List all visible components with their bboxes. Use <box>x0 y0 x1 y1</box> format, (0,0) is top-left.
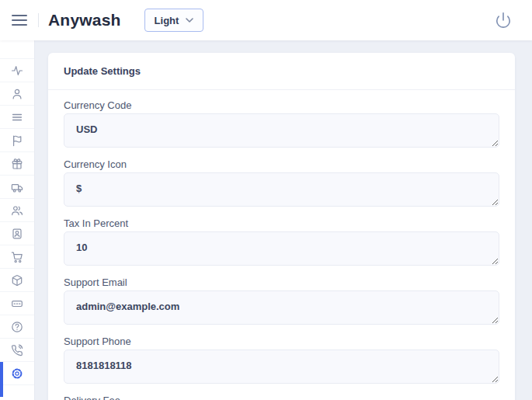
update-settings-card: Update Settings Currency Code USD Curren… <box>48 53 515 400</box>
user-icon <box>11 88 23 100</box>
sidebar <box>0 40 35 400</box>
help-icon <box>11 321 23 333</box>
hamburger-icon[interactable] <box>12 14 29 26</box>
field-textarea[interactable]: USD <box>64 113 499 148</box>
sidebar-nav <box>0 58 34 385</box>
settings-icon <box>11 367 23 380</box>
sidebar-item-phone[interactable] <box>0 339 34 362</box>
form-field: Support Phone 8181818118 <box>64 336 499 384</box>
sidebar-item-payment[interactable] <box>0 292 34 315</box>
sidebar-item-team[interactable] <box>0 199 34 222</box>
payment-icon <box>11 297 23 310</box>
field-textarea[interactable]: admin@example.com <box>64 290 499 325</box>
theme-dropdown-value: Light <box>155 15 179 26</box>
team-icon <box>11 204 23 217</box>
cart-icon <box>11 251 23 263</box>
sidebar-item-package[interactable] <box>0 269 34 292</box>
field-textarea[interactable]: 8181818118 <box>64 350 499 384</box>
sidebar-item-cart[interactable] <box>0 245 34 269</box>
main-content: Update Settings Currency Code USD Curren… <box>35 40 532 400</box>
sidebar-item-gift[interactable] <box>0 152 34 176</box>
field-textarea[interactable]: $ <box>64 172 499 207</box>
power-icon[interactable] <box>493 10 513 30</box>
page-title: Update Settings <box>64 65 499 77</box>
gift-icon <box>11 158 23 170</box>
sidebar-item-id-badge[interactable] <box>0 222 34 245</box>
card-header: Update Settings <box>48 53 515 90</box>
header-divider <box>38 13 39 27</box>
form-field: Currency Code USD <box>64 99 499 148</box>
field-textarea[interactable]: 10 <box>64 231 499 266</box>
field-label: Currency Icon <box>64 158 499 171</box>
truck-icon <box>11 181 23 193</box>
field-label: Currency Code <box>64 99 499 112</box>
sidebar-item-settings[interactable] <box>0 362 34 385</box>
field-label: Support Phone <box>64 336 499 348</box>
form-field: Support Email admin@example.com <box>64 277 499 325</box>
phone-icon <box>11 344 23 357</box>
package-icon <box>11 274 23 287</box>
sidebar-item-help[interactable] <box>0 315 34 339</box>
id-badge-icon <box>11 228 23 240</box>
sidebar-item-user[interactable] <box>0 82 34 106</box>
sidebar-item-truck[interactable] <box>0 176 34 199</box>
field-label: Support Email <box>64 277 499 289</box>
field-label: Tax In Percent <box>64 217 499 230</box>
flag-icon <box>11 134 23 147</box>
card-body: Currency Code USD Currency Icon $ Tax In… <box>48 90 515 400</box>
sidebar-item-activity[interactable] <box>0 59 34 82</box>
form-field: Tax In Percent 10 <box>64 217 499 266</box>
list-icon <box>11 111 23 123</box>
chevron-down-icon <box>186 18 193 23</box>
activity-icon <box>11 64 23 77</box>
form-field: Delivery Fee <box>64 395 499 400</box>
field-label: Delivery Fee <box>64 395 499 400</box>
brand-title[interactable]: Anywash <box>48 11 121 30</box>
sidebar-item-flag[interactable] <box>0 129 34 152</box>
theme-dropdown[interactable]: Light <box>144 9 204 32</box>
sidebar-item-list[interactable] <box>0 106 34 129</box>
form-field: Currency Icon $ <box>64 158 499 207</box>
app-header: Anywash Light <box>0 0 532 40</box>
